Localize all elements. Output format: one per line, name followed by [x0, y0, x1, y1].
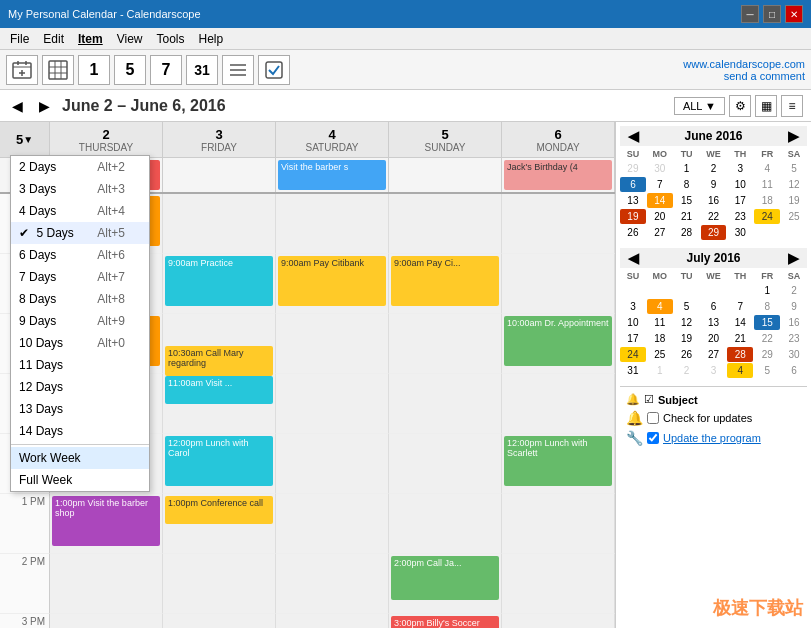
july-day[interactable]: 14	[727, 315, 753, 330]
july-day[interactable]: 29	[754, 347, 780, 362]
july-day[interactable]	[620, 283, 646, 298]
july-day[interactable]: 12	[674, 315, 700, 330]
june-next-btn[interactable]: ▶	[784, 128, 803, 144]
june-day[interactable]: 16	[701, 193, 727, 208]
task-view-button[interactable]	[258, 55, 290, 85]
sun-12pm[interactable]	[389, 434, 502, 494]
sun-2pm[interactable]: 2:00pm Call Ja...	[389, 554, 502, 614]
mon-2pm[interactable]	[502, 554, 615, 614]
sat-8am[interactable]	[276, 194, 389, 254]
event-sun-call[interactable]: 2:00pm Call Ja...	[391, 556, 499, 600]
july-day[interactable]: 28	[727, 347, 753, 362]
july-day[interactable]: 2	[674, 363, 700, 378]
july-day[interactable]: 8	[754, 299, 780, 314]
menu-help[interactable]: Help	[193, 30, 230, 48]
dropdown-7days[interactable]: 7 DaysAlt+7	[11, 266, 149, 288]
mon-12pm[interactable]: 12:00pm Lunch with Scarlett	[502, 434, 615, 494]
july-day[interactable]: 26	[674, 347, 700, 362]
menu-view[interactable]: View	[111, 30, 149, 48]
task-checkbox-2[interactable]	[647, 432, 659, 444]
all-dropdown[interactable]: ALL ▼	[674, 97, 725, 115]
prev-button[interactable]: ◀	[8, 96, 27, 116]
event-sat-pay[interactable]: 9:00am Pay Citibank	[278, 256, 386, 306]
june-day[interactable]: 9	[701, 177, 727, 192]
allday-event-mon[interactable]: Jack's Birthday (4	[504, 160, 612, 190]
july-day[interactable]	[727, 283, 753, 298]
settings-icon-btn[interactable]: ⚙	[729, 95, 751, 117]
fri-1pm[interactable]: 1:00pm Conference call	[163, 494, 276, 554]
sat-10am[interactable]	[276, 314, 389, 374]
june-day[interactable]: 14	[647, 193, 673, 208]
event-mon-dr[interactable]: 10:00am Dr. Appointment	[504, 316, 612, 366]
july-day[interactable]: 22	[754, 331, 780, 346]
july-day[interactable]	[674, 283, 700, 298]
july-day[interactable]: 1	[754, 283, 780, 298]
june-day[interactable]	[754, 225, 780, 240]
july-day[interactable]: 15	[754, 315, 780, 330]
dropdown-14days[interactable]: 14 Days	[11, 420, 149, 442]
fri-9am[interactable]: 9:00am Practice	[163, 254, 276, 314]
comment-link[interactable]: send a comment	[683, 70, 805, 82]
june-day[interactable]: 4	[754, 161, 780, 176]
june-day[interactable]: 10	[727, 177, 753, 192]
june-day[interactable]: 30	[727, 225, 753, 240]
minimize-button[interactable]: ─	[741, 5, 759, 23]
june-day[interactable]: 1	[674, 161, 700, 176]
june-day[interactable]: 19	[620, 209, 646, 224]
dropdown-9days[interactable]: 9 DaysAlt+9	[11, 310, 149, 332]
fri-10am[interactable]: 10:30am Call Mary regarding	[163, 314, 276, 374]
dropdown-6days[interactable]: 6 DaysAlt+6	[11, 244, 149, 266]
sat-12pm[interactable]	[276, 434, 389, 494]
next-button[interactable]: ▶	[35, 96, 54, 116]
july-day[interactable]: 17	[620, 331, 646, 346]
june-day[interactable]: 5	[781, 161, 807, 176]
june-day[interactable]: 22	[701, 209, 727, 224]
fri-3pm[interactable]	[163, 614, 276, 628]
dropdown-8days[interactable]: 8 DaysAlt+8	[11, 288, 149, 310]
dropdown-10days[interactable]: 10 DaysAlt+0	[11, 332, 149, 354]
menu-file[interactable]: File	[4, 30, 35, 48]
mon-9am[interactable]	[502, 254, 615, 314]
day1-button[interactable]: 1	[78, 55, 110, 85]
july-day[interactable]: 7	[727, 299, 753, 314]
june-day[interactable]: 8	[674, 177, 700, 192]
event-thu-barber[interactable]: 1:00pm Visit the barber shop	[52, 496, 160, 546]
july-day[interactable]: 1	[647, 363, 673, 378]
dropdown-5days[interactable]: ✔5 DaysAlt+5	[11, 222, 149, 244]
july-day[interactable]: 3	[701, 363, 727, 378]
fri-8am[interactable]	[163, 194, 276, 254]
sat-3pm[interactable]	[276, 614, 389, 628]
june-day[interactable]: 28	[674, 225, 700, 240]
thu-1pm[interactable]: 1:00pm Visit the barber shop	[50, 494, 163, 554]
july-day[interactable]: 24	[620, 347, 646, 362]
menu-edit[interactable]: Edit	[37, 30, 70, 48]
event-mon-lunch[interactable]: 12:00pm Lunch with Scarlett	[504, 436, 612, 486]
mon-1pm[interactable]	[502, 494, 615, 554]
close-button[interactable]: ✕	[785, 5, 803, 23]
july-day[interactable]: 11	[647, 315, 673, 330]
june-day[interactable]: 27	[647, 225, 673, 240]
july-day[interactable]	[701, 283, 727, 298]
june-day[interactable]: 29	[620, 161, 646, 176]
fri-11am[interactable]: 11:00am Visit ...	[163, 374, 276, 434]
thu-2pm[interactable]	[50, 554, 163, 614]
july-day[interactable]: 9	[781, 299, 807, 314]
sat-11am[interactable]	[276, 374, 389, 434]
july-day[interactable]: 5	[674, 299, 700, 314]
dropdown-2days[interactable]: 2 DaysAlt+2	[11, 156, 149, 178]
june-day[interactable]: 18	[754, 193, 780, 208]
june-day[interactable]: 2	[701, 161, 727, 176]
event-fri-practice[interactable]: 9:00am Practice	[165, 256, 273, 306]
june-day[interactable]: 20	[647, 209, 673, 224]
fri-12pm[interactable]: 12:00pm Lunch with Carol	[163, 434, 276, 494]
july-day[interactable]: 27	[701, 347, 727, 362]
sat-9am[interactable]: 9:00am Pay Citibank	[276, 254, 389, 314]
sat-2pm[interactable]	[276, 554, 389, 614]
july-day[interactable]: 3	[620, 299, 646, 314]
july-day[interactable]: 25	[647, 347, 673, 362]
list-icon-btn[interactable]: ≡	[781, 95, 803, 117]
july-day[interactable]: 4	[647, 299, 673, 314]
day7-button[interactable]: 7	[150, 55, 182, 85]
list-view-button[interactable]	[222, 55, 254, 85]
june-day[interactable]: 17	[727, 193, 753, 208]
